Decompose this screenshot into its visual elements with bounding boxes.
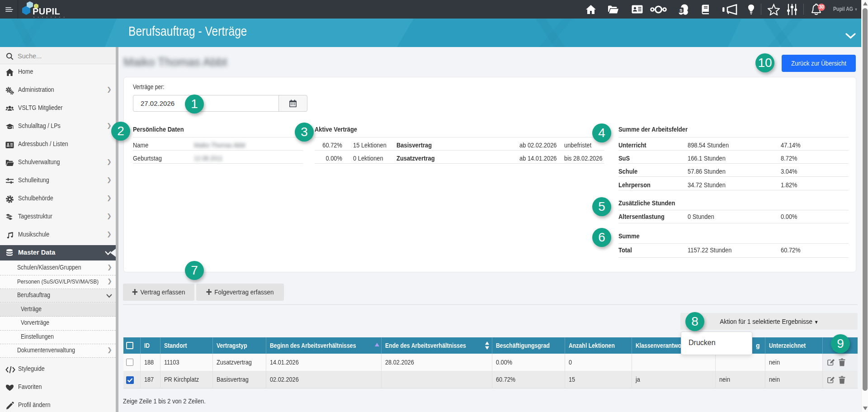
svg-text:S: S [679, 7, 682, 12]
